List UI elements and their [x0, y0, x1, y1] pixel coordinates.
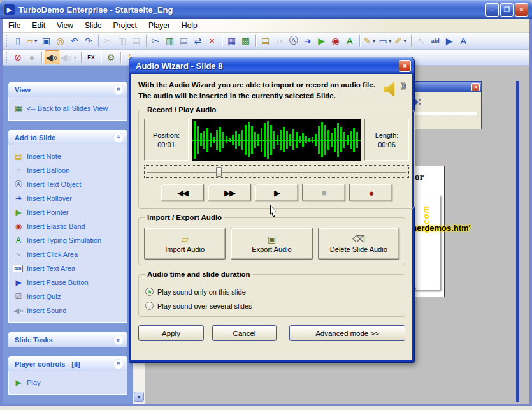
- insert-rollover-icon[interactable]: ➔: [301, 34, 315, 48]
- cancel-button[interactable]: Cancel: [212, 325, 277, 341]
- rollover-icon: ➔: [13, 194, 24, 203]
- waveform-bar: [222, 132, 224, 148]
- reorder-slides-icon[interactable]: ⇄: [191, 34, 205, 48]
- menu-view[interactable]: View: [51, 20, 79, 31]
- fast-forward-button[interactable]: ▶▶: [208, 184, 251, 201]
- panel-add-header[interactable]: Add to Slide »: [8, 130, 127, 145]
- close-button[interactable]: ×: [515, 3, 528, 17]
- record-button[interactable]: ●: [349, 184, 392, 201]
- insert-pointer[interactable]: ▶Insert Pointer: [13, 205, 124, 219]
- dialog-close-button[interactable]: ×: [399, 60, 411, 72]
- insert-text-area-icon[interactable]: abl: [428, 34, 442, 48]
- insert-typing-simulation-icon[interactable]: A: [343, 34, 357, 48]
- panel-add-to-slide: Add to Slide » ▤Insert Note○Insert Ballo…: [8, 130, 127, 323]
- dropdown-caret-icon[interactable]: ▼: [388, 39, 392, 43]
- radio-play-several-slides[interactable]: Play sound over several slides: [145, 302, 398, 310]
- redo-icon[interactable]: ↷: [82, 34, 96, 48]
- menu-edit[interactable]: Edit: [26, 20, 51, 31]
- effects-fx-icon[interactable]: FX: [84, 50, 98, 64]
- new-document-icon[interactable]: ▯: [11, 34, 25, 48]
- maximize-button[interactable]: ❐: [500, 3, 514, 17]
- insert-sound[interactable]: ◀»Insert Sound: [13, 304, 124, 318]
- insert-text-object-icon[interactable]: Ⓐ: [287, 34, 301, 48]
- toolbar-handle[interactable]: [6, 35, 9, 47]
- panel-view-header[interactable]: View »: [8, 82, 127, 97]
- dropdown-caret-icon[interactable]: ▼: [34, 39, 38, 43]
- insert-rollover[interactable]: ➔Insert Rollover: [13, 191, 124, 205]
- delete-slide-audio-button[interactable]: ⌫Delete Slide Audio: [318, 228, 399, 260]
- menu-project[interactable]: Project: [108, 20, 143, 31]
- apply-button[interactable]: Apply: [138, 325, 204, 341]
- radio-play-several-slides-radio-icon[interactable]: [145, 302, 154, 310]
- waveform-bar: [245, 125, 247, 155]
- shape-tool-icon[interactable]: ▭▼: [377, 34, 393, 48]
- insert-elastic-band[interactable]: ◉Insert Elastic Band: [13, 219, 124, 233]
- minimize-button[interactable]: –: [485, 3, 499, 17]
- insert-text-object[interactable]: ⒶInsert Text Object: [13, 177, 124, 191]
- insert-sound-label: Insert Sound: [27, 307, 66, 314]
- panel-slide-tasks-header[interactable]: Slide Tasks »: [8, 332, 127, 347]
- panel-player-header[interactable]: Player controls - [8] »: [8, 356, 127, 371]
- dropdown-caret-icon[interactable]: ▼: [371, 39, 376, 43]
- position-slider[interactable]: [144, 165, 409, 178]
- radio-play-this-slide-radio-icon[interactable]: [145, 288, 154, 296]
- scroll-down-button[interactable]: ▼: [134, 392, 144, 402]
- delete-slide-icon[interactable]: ×: [205, 34, 219, 48]
- undo-icon[interactable]: ↶: [68, 34, 82, 48]
- dropdown-caret-icon[interactable]: ▼: [403, 39, 407, 43]
- toolbar-handle[interactable]: [6, 52, 9, 63]
- advanced-mode-button[interactable]: Advanced mode >>: [289, 325, 405, 341]
- insert-balloon-icon[interactable]: ○: [273, 34, 287, 48]
- dropdown-caret-icon[interactable]: ▼: [73, 55, 77, 60]
- slides-overview-icon[interactable]: ▦: [225, 34, 239, 48]
- export-audio-button[interactable]: ▣Export Audio: [231, 228, 312, 260]
- import-export-group-title: Import / Export Audio: [145, 214, 224, 221]
- waveform-bar: [305, 136, 307, 143]
- back-to-slides-view[interactable]: ▦<-- Back to all Slides View: [13, 101, 124, 115]
- insert-text-a-icon[interactable]: A: [456, 34, 470, 48]
- collapse-chevron-icon[interactable]: »: [113, 85, 124, 95]
- brush-tool-icon[interactable]: ✐▼: [394, 34, 409, 48]
- insert-pause-button-icon[interactable]: ▶: [442, 34, 456, 48]
- player-play[interactable]: ▶Play: [13, 376, 124, 390]
- menu-slide[interactable]: Slide: [79, 20, 108, 31]
- insert-typing-simulation[interactable]: AInsert Typing Simulation: [13, 233, 124, 247]
- main-toolbar: ▯▱▼▣◎↶↷✂▥▤✂▥▤⇄×▦▩▤○Ⓐ➔▶◉A✎▼▭▼✐▼↖abl▶A: [3, 33, 529, 50]
- insert-click-area[interactable]: ↖Insert Click Area: [13, 247, 124, 261]
- insert-pointer-icon[interactable]: ▶: [315, 34, 329, 48]
- insert-text-area[interactable]: ablInsert Text Area: [13, 261, 124, 275]
- insert-note-icon[interactable]: ▤: [259, 34, 273, 48]
- insert-quiz[interactable]: ☑Insert Quiz: [13, 289, 124, 304]
- play-button[interactable]: ▶: [255, 184, 298, 201]
- hide-mouse-icon[interactable]: ⊘: [11, 50, 25, 64]
- insert-image-icon[interactable]: ▩: [239, 34, 253, 48]
- rewind-button[interactable]: ◀◀: [161, 184, 204, 201]
- insert-balloon[interactable]: ○Insert Balloon: [13, 163, 124, 177]
- menu-help[interactable]: Help: [176, 20, 203, 31]
- menu-file[interactable]: File: [3, 20, 26, 31]
- mouse-settings-icon[interactable]: ●: [25, 50, 39, 64]
- collapse-chevron-icon[interactable]: »: [113, 359, 124, 369]
- compile-settings-icon[interactable]: ⚙: [104, 50, 118, 64]
- speaker-icon: ))): [382, 80, 405, 99]
- save-icon[interactable]: ▣: [40, 34, 54, 48]
- print-preview-icon[interactable]: ◎: [54, 34, 68, 48]
- insert-pause-button[interactable]: ▶Insert Pause Button: [13, 275, 124, 289]
- radio-play-this-slide[interactable]: Play sound only on this slide: [145, 288, 398, 296]
- cut-slide-icon[interactable]: ✂: [149, 34, 163, 48]
- paste-slide-icon[interactable]: ▤: [177, 34, 191, 48]
- expand-chevron-icon[interactable]: »: [113, 335, 124, 345]
- insert-elastic-band-icon[interactable]: ◉: [329, 34, 343, 48]
- pen-tool-icon[interactable]: ✎▼: [363, 34, 378, 48]
- slider-thumb[interactable]: [216, 167, 222, 177]
- open-file-icon[interactable]: ▱▼: [25, 34, 40, 48]
- insert-note[interactable]: ▤Insert Note: [13, 149, 124, 163]
- waveform-bar: [334, 128, 336, 152]
- preview-close-button[interactable]: ×: [471, 83, 480, 91]
- copy-slide-icon[interactable]: ▥: [163, 34, 177, 48]
- menu-player[interactable]: Player: [143, 20, 176, 31]
- collapse-chevron-icon[interactable]: »: [113, 133, 124, 143]
- slide-audio-icon[interactable]: ◀»: [45, 50, 59, 64]
- import-audio-button[interactable]: ▱Import Audio: [144, 228, 226, 260]
- waveform-bar: [340, 127, 342, 152]
